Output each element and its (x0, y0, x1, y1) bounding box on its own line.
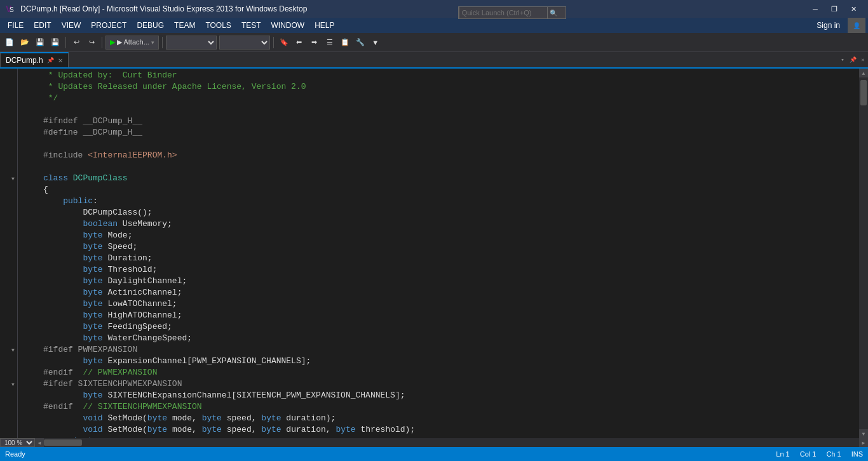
close-button[interactable]: ✕ (844, 0, 863, 18)
collapse-class-indicator[interactable]: ▼ (9, 173, 17, 184)
title-text: DCPump.h [Read Only] - Microsoft Visual … (20, 4, 307, 13)
menu-debug[interactable]: DEBUG (132, 18, 169, 33)
code-line-32: void SetMode(byte mode, byte speed, byte… (43, 424, 859, 436)
collapse-ifdef-sixteen-indicator[interactable]: ▼ (9, 378, 17, 390)
bookmark-button[interactable]: 🔖 (277, 36, 291, 50)
code-line-23: byte FeedingSpeed; (43, 321, 859, 333)
h-scroll-track[interactable] (44, 438, 859, 447)
minimize-button[interactable]: ─ (806, 0, 825, 18)
redo-button[interactable]: ↪ (85, 36, 98, 50)
account-icon: 👤 (848, 18, 865, 33)
tab-pin-button[interactable]: 📌 (848, 52, 858, 67)
status-ready: Ready (5, 450, 25, 458)
menu-edit[interactable]: EDIT (29, 18, 56, 33)
zoom-selector[interactable]: 100 % (0, 438, 35, 447)
scroll-track[interactable] (859, 80, 868, 429)
code-line-11: { (43, 184, 859, 196)
restore-button[interactable]: ❐ (825, 0, 844, 18)
h-scroll-left-button[interactable]: ◀ (35, 438, 44, 447)
platform-dropdown[interactable] (219, 36, 270, 50)
code-line-18: byte Threshold; (43, 264, 859, 276)
toolbar-btn-6[interactable]: ➡ (308, 36, 322, 50)
quick-launch-bar: 🔍 (458, 6, 566, 19)
code-line-22: byte HighATOChannel; (43, 310, 859, 321)
toolbar-btn-5[interactable]: ⬅ (292, 36, 306, 50)
toolbar-sep-1 (65, 37, 66, 48)
vs-logo-icon: V S (5, 3, 17, 15)
toolbar: 📄 📂 💾 💾 ↩ ↪ ▶ ▶ Attach... ▾ 🔖 ⬅ ➡ ☰ 📋 🔧 … (0, 33, 868, 52)
status-ln[interactable]: Ln 1 (776, 450, 789, 458)
code-line-29: byte SIXTEENChExpansionChannel[SIXTEENCH… (43, 390, 859, 401)
menu-test[interactable]: TEST (236, 18, 266, 33)
tab-close-all-button[interactable]: ✕ (858, 52, 868, 67)
code-line-17: byte Duration; (43, 253, 859, 264)
toolbar-btn-8[interactable]: 📋 (338, 36, 352, 50)
active-tab[interactable]: DCPump.h 📌 ✕ (0, 52, 69, 67)
new-project-button[interactable]: 📄 (3, 36, 17, 50)
config-dropdown[interactable] (166, 36, 217, 50)
save-button[interactable]: 💾 (33, 36, 47, 50)
toolbar-btn-7[interactable]: ☰ (323, 36, 337, 50)
code-line-10: class DCPumpClass (43, 173, 859, 184)
code-line-12: public: (43, 196, 859, 207)
code-line-5: #ifndef __DCPump_H__ (43, 116, 859, 127)
menu-bar: FILE EDIT VIEW PROJECT DEBUG TEAM TOOLS … (0, 18, 868, 33)
sign-in-link[interactable]: Sign in (811, 21, 845, 30)
open-file-button[interactable]: 📂 (18, 36, 32, 50)
menu-tools[interactable]: TOOLS (200, 18, 236, 33)
scroll-thumb[interactable] (860, 80, 867, 105)
status-bar-right: Ln 1 Col 1 Ch 1 INS (776, 450, 863, 458)
code-line-25: #ifdef PWMEXPANSION (43, 344, 859, 356)
code-line-27: #endif // PWMEXPANSION (43, 367, 859, 378)
menu-view[interactable]: VIEW (57, 18, 86, 33)
undo-button[interactable]: ↩ (69, 36, 83, 50)
menu-file[interactable]: FILE (3, 18, 29, 33)
toolbar-sep-3 (162, 37, 163, 48)
title-bar-left: V S DCPump.h [Read Only] - Microsoft Vis… (5, 3, 307, 15)
code-line-30: #endif // SIXTEENCHPWMEXPANSION (43, 401, 859, 413)
code-line-13: DCPumpClass(); (43, 207, 859, 218)
toolbar-btn-9[interactable]: 🔧 (353, 36, 367, 50)
code-line-4 (43, 104, 859, 116)
collapse-ifdef-pwm-indicator[interactable]: ▼ (9, 344, 17, 356)
tab-pin-icon: 📌 (47, 57, 54, 63)
code-line-3: */ (43, 93, 859, 104)
menu-help[interactable]: HELP (309, 18, 339, 33)
h-scroll-thumb[interactable] (44, 439, 82, 446)
horizontal-scroll-bar: 100 % ◀ ▶ (0, 438, 868, 447)
search-icon: 🔍 (548, 10, 559, 17)
svg-text:S: S (10, 6, 14, 13)
status-col[interactable]: Col 1 (800, 450, 817, 458)
code-line-9 (43, 161, 859, 173)
code-line-15: byte Mode; (43, 230, 859, 241)
code-line-31: void SetMode(byte mode, byte speed, byte… (43, 413, 859, 424)
code-line-7 (43, 138, 859, 150)
scroll-down-button[interactable]: ▼ (859, 429, 868, 438)
attach-label: ▶ Attach... (117, 38, 149, 46)
code-line-19: byte DaylightChannel; (43, 276, 859, 287)
status-ins[interactable]: INS (851, 450, 863, 458)
code-line-21: byte LowATOChannel; (43, 298, 859, 310)
menu-project[interactable]: PROJECT (86, 18, 132, 33)
scroll-up-button[interactable]: ▲ (859, 69, 868, 77)
attach-button[interactable]: ▶ ▶ Attach... ▾ (105, 36, 159, 50)
line-numbers (18, 69, 41, 438)
toolbar-btn-10[interactable]: ▼ (369, 36, 383, 50)
h-scroll-right-button[interactable]: ▶ (859, 438, 868, 447)
tab-right-panel: ▾ 📌 ✕ (837, 52, 868, 67)
dropdown-arrow-icon: ▾ (151, 39, 154, 46)
menu-window[interactable]: WINDOW (266, 18, 310, 33)
collapse-margin: ▼ ▼ ▼ (9, 69, 18, 438)
left-margin (0, 69, 9, 438)
title-bar-controls: ─ ❐ ✕ (806, 0, 863, 18)
tab-close-icon[interactable]: ✕ (58, 57, 63, 64)
tab-bar: DCPump.h 📌 ✕ ▾ 📌 ✕ (0, 52, 868, 69)
code-editor[interactable]: * Updated by: Curt Binder * Updates Rele… (41, 69, 859, 438)
code-line-26: byte ExpansionChannel[PWM_EXPANSION_CHAN… (43, 356, 859, 367)
menu-team[interactable]: TEAM (169, 18, 200, 33)
code-line-20: byte ActinicChannel; (43, 287, 859, 298)
status-ch[interactable]: Ch 1 (826, 450, 841, 458)
quick-launch-input[interactable] (459, 6, 548, 19)
save-all-button[interactable]: 💾 (48, 36, 62, 50)
tab-dropdown-button[interactable]: ▾ (837, 52, 848, 67)
